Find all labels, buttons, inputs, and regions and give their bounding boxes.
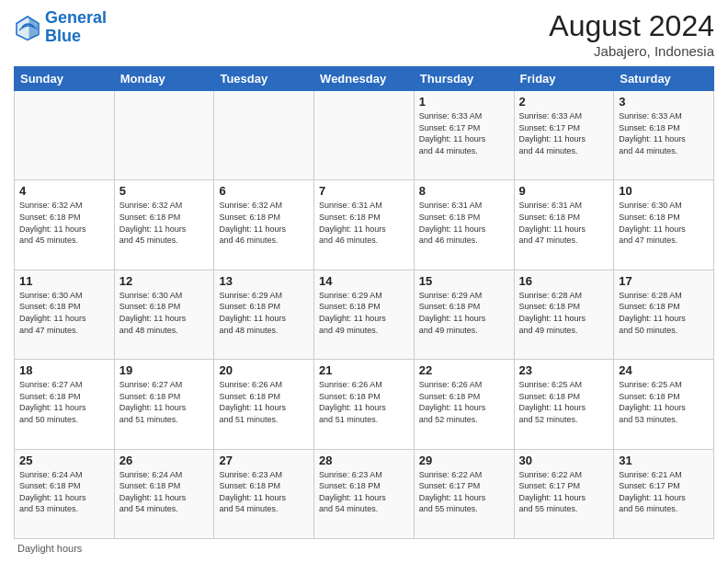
day-number: 19 <box>119 363 210 377</box>
logo-line2: Blue <box>45 27 81 45</box>
day-info: Sunrise: 6:31 AM Sunset: 6:18 PM Dayligh… <box>519 200 609 246</box>
day-info: Sunrise: 6:33 AM Sunset: 6:17 PM Dayligh… <box>519 110 609 156</box>
day-number: 18 <box>19 363 109 377</box>
calendar-cell: 24Sunrise: 6:25 AM Sunset: 6:18 PM Dayli… <box>614 360 714 449</box>
day-info: Sunrise: 6:24 AM Sunset: 6:18 PM Dayligh… <box>19 469 109 515</box>
calendar-cell: 10Sunrise: 6:30 AM Sunset: 6:18 PM Dayli… <box>614 180 714 270</box>
calendar-cell: 19Sunrise: 6:27 AM Sunset: 6:18 PM Dayli… <box>114 360 214 449</box>
day-info: Sunrise: 6:28 AM Sunset: 6:18 PM Dayligh… <box>519 290 609 336</box>
day-number: 30 <box>519 454 609 467</box>
col-thursday: Thursday <box>414 67 514 91</box>
col-tuesday: Tuesday <box>214 67 314 91</box>
day-number: 6 <box>219 184 309 198</box>
day-info: Sunrise: 6:32 AM Sunset: 6:18 PM Dayligh… <box>219 200 309 246</box>
page: General Blue August 2024 Jabajero, Indon… <box>0 0 728 563</box>
calendar-cell: 18Sunrise: 6:27 AM Sunset: 6:18 PM Dayli… <box>15 360 115 449</box>
day-number: 25 <box>19 454 109 467</box>
day-info: Sunrise: 6:22 AM Sunset: 6:17 PM Dayligh… <box>519 469 609 515</box>
day-number: 7 <box>319 184 409 198</box>
col-sunday: Sunday <box>15 67 115 91</box>
day-info: Sunrise: 6:28 AM Sunset: 6:18 PM Dayligh… <box>619 290 709 336</box>
calendar-cell: 16Sunrise: 6:28 AM Sunset: 6:18 PM Dayli… <box>514 270 614 359</box>
day-number: 29 <box>419 454 509 467</box>
logo-line1: General <box>45 8 107 27</box>
calendar-week-4: 18Sunrise: 6:27 AM Sunset: 6:18 PM Dayli… <box>15 360 714 449</box>
day-info: Sunrise: 6:29 AM Sunset: 6:18 PM Dayligh… <box>219 290 309 336</box>
day-number: 11 <box>19 274 109 288</box>
col-wednesday: Wednesday <box>314 67 415 91</box>
calendar-cell: 5Sunrise: 6:32 AM Sunset: 6:18 PM Daylig… <box>114 180 214 270</box>
day-info: Sunrise: 6:33 AM Sunset: 6:17 PM Dayligh… <box>419 110 509 156</box>
calendar-cell <box>15 91 115 180</box>
calendar-header-row: Sunday Monday Tuesday Wednesday Thursday… <box>15 67 714 91</box>
calendar-cell: 27Sunrise: 6:23 AM Sunset: 6:18 PM Dayli… <box>214 449 314 538</box>
month-year: August 2024 <box>549 9 714 43</box>
day-info: Sunrise: 6:25 AM Sunset: 6:18 PM Dayligh… <box>519 379 609 425</box>
calendar-cell: 21Sunrise: 6:26 AM Sunset: 6:18 PM Dayli… <box>314 360 415 449</box>
day-number: 17 <box>619 274 709 288</box>
logo-text: General Blue <box>45 9 107 46</box>
calendar-cell <box>314 91 415 180</box>
calendar-week-5: 25Sunrise: 6:24 AM Sunset: 6:18 PM Dayli… <box>15 449 714 538</box>
calendar-cell: 1Sunrise: 6:33 AM Sunset: 6:17 PM Daylig… <box>414 91 514 180</box>
calendar-cell: 9Sunrise: 6:31 AM Sunset: 6:18 PM Daylig… <box>514 180 614 270</box>
day-number: 9 <box>519 184 609 198</box>
day-info: Sunrise: 6:26 AM Sunset: 6:18 PM Dayligh… <box>219 379 309 425</box>
calendar-cell: 8Sunrise: 6:31 AM Sunset: 6:18 PM Daylig… <box>414 180 514 270</box>
day-number: 4 <box>19 184 109 198</box>
day-number: 16 <box>519 274 609 288</box>
day-info: Sunrise: 6:26 AM Sunset: 6:18 PM Dayligh… <box>319 379 409 425</box>
day-info: Sunrise: 6:27 AM Sunset: 6:18 PM Dayligh… <box>119 379 210 425</box>
calendar-cell: 12Sunrise: 6:30 AM Sunset: 6:18 PM Dayli… <box>114 270 214 359</box>
day-info: Sunrise: 6:22 AM Sunset: 6:17 PM Dayligh… <box>419 469 509 515</box>
day-info: Sunrise: 6:31 AM Sunset: 6:18 PM Dayligh… <box>319 200 409 246</box>
day-info: Sunrise: 6:30 AM Sunset: 6:18 PM Dayligh… <box>619 200 709 246</box>
day-number: 24 <box>619 363 709 377</box>
calendar-cell: 15Sunrise: 6:29 AM Sunset: 6:18 PM Dayli… <box>414 270 514 359</box>
header: General Blue August 2024 Jabajero, Indon… <box>14 9 714 59</box>
calendar-cell: 11Sunrise: 6:30 AM Sunset: 6:18 PM Dayli… <box>15 270 115 359</box>
calendar-cell: 6Sunrise: 6:32 AM Sunset: 6:18 PM Daylig… <box>214 180 314 270</box>
daylight-label: Daylight hours <box>17 543 82 554</box>
calendar-cell: 2Sunrise: 6:33 AM Sunset: 6:17 PM Daylig… <box>514 91 614 180</box>
calendar-week-2: 4Sunrise: 6:32 AM Sunset: 6:18 PM Daylig… <box>15 180 714 270</box>
day-number: 26 <box>119 454 210 467</box>
calendar-week-3: 11Sunrise: 6:30 AM Sunset: 6:18 PM Dayli… <box>15 270 714 359</box>
day-info: Sunrise: 6:23 AM Sunset: 6:18 PM Dayligh… <box>219 469 309 515</box>
day-info: Sunrise: 6:32 AM Sunset: 6:18 PM Dayligh… <box>19 200 109 246</box>
day-info: Sunrise: 6:32 AM Sunset: 6:18 PM Dayligh… <box>119 200 210 246</box>
day-number: 15 <box>419 274 509 288</box>
day-info: Sunrise: 6:29 AM Sunset: 6:18 PM Dayligh… <box>419 290 509 336</box>
footer-note: Daylight hours <box>14 543 714 554</box>
calendar-cell: 25Sunrise: 6:24 AM Sunset: 6:18 PM Dayli… <box>15 449 115 538</box>
day-info: Sunrise: 6:21 AM Sunset: 6:17 PM Dayligh… <box>619 469 709 515</box>
day-info: Sunrise: 6:23 AM Sunset: 6:18 PM Dayligh… <box>319 469 409 515</box>
day-number: 23 <box>519 363 609 377</box>
calendar-cell: 20Sunrise: 6:26 AM Sunset: 6:18 PM Dayli… <box>214 360 314 449</box>
calendar-cell: 3Sunrise: 6:33 AM Sunset: 6:18 PM Daylig… <box>614 91 714 180</box>
calendar-cell: 14Sunrise: 6:29 AM Sunset: 6:18 PM Dayli… <box>314 270 415 359</box>
day-number: 21 <box>319 363 409 377</box>
day-number: 31 <box>619 454 709 467</box>
day-number: 8 <box>419 184 509 198</box>
calendar-cell: 23Sunrise: 6:25 AM Sunset: 6:18 PM Dayli… <box>514 360 614 449</box>
day-number: 12 <box>119 274 210 288</box>
day-number: 14 <box>319 274 409 288</box>
calendar-cell: 22Sunrise: 6:26 AM Sunset: 6:18 PM Dayli… <box>414 360 514 449</box>
day-info: Sunrise: 6:24 AM Sunset: 6:18 PM Dayligh… <box>119 469 210 515</box>
col-saturday: Saturday <box>614 67 714 91</box>
day-info: Sunrise: 6:31 AM Sunset: 6:18 PM Dayligh… <box>419 200 509 246</box>
day-number: 13 <box>219 274 309 288</box>
day-number: 20 <box>219 363 309 377</box>
calendar-table: Sunday Monday Tuesday Wednesday Thursday… <box>14 66 714 539</box>
day-info: Sunrise: 6:30 AM Sunset: 6:18 PM Dayligh… <box>19 290 109 336</box>
calendar-cell: 4Sunrise: 6:32 AM Sunset: 6:18 PM Daylig… <box>15 180 115 270</box>
calendar-cell: 26Sunrise: 6:24 AM Sunset: 6:18 PM Dayli… <box>114 449 214 538</box>
title-block: August 2024 Jabajero, Indonesia <box>549 9 714 59</box>
day-number: 5 <box>119 184 210 198</box>
calendar-cell: 13Sunrise: 6:29 AM Sunset: 6:18 PM Dayli… <box>214 270 314 359</box>
calendar-cell: 29Sunrise: 6:22 AM Sunset: 6:17 PM Dayli… <box>414 449 514 538</box>
day-info: Sunrise: 6:30 AM Sunset: 6:18 PM Dayligh… <box>119 290 210 336</box>
day-number: 1 <box>419 95 509 109</box>
logo: General Blue <box>14 9 107 46</box>
